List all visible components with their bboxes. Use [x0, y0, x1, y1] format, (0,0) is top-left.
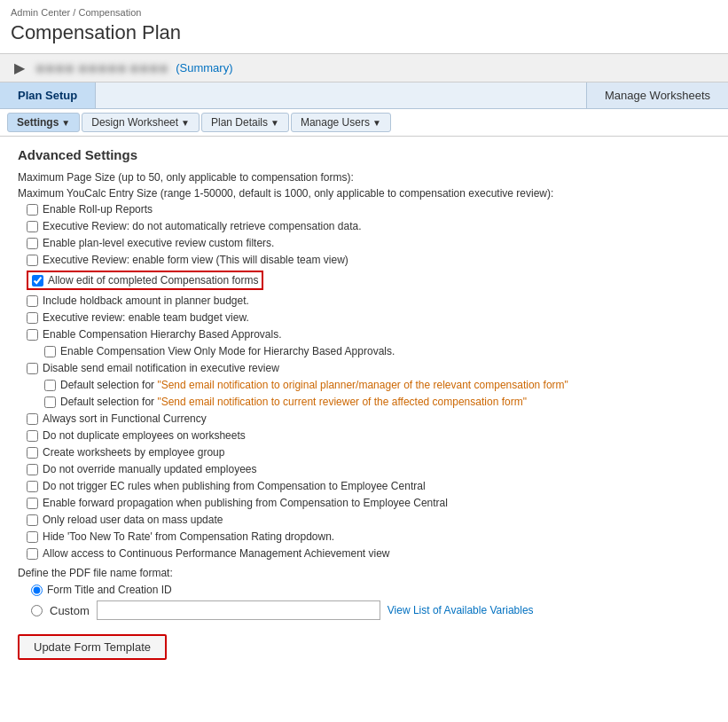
- list-item: Executive Review: enable form view (This…: [27, 254, 710, 266]
- exec-review-no-retrieve-checkbox[interactable]: [27, 221, 38, 232]
- list-item: Disable send email notification in execu…: [27, 362, 710, 374]
- forward-propagation-label: Enable forward propagation when publishi…: [43, 497, 448, 509]
- allow-edit-completed-highlighted: Allow edit of completed Compensation for…: [27, 271, 263, 290]
- exec-review-form-view-label: Executive Review: enable form view (This…: [43, 254, 348, 266]
- reload-user-data-label: Only reload user data on mass update: [43, 514, 223, 526]
- update-form-template-button[interactable]: Update Form Template: [18, 634, 167, 660]
- manage-users-dropdown-arrow: ▼: [372, 118, 381, 128]
- tab-plan-setup[interactable]: Plan Setup: [0, 82, 96, 108]
- list-item: Enable plan-level executive review custo…: [27, 237, 710, 249]
- list-item: Default selection for "Send email notifi…: [44, 379, 710, 391]
- sub-tab-plan-details[interactable]: Plan Details ▼: [201, 113, 289, 132]
- list-item: Allow access to Continuous Performance M…: [27, 547, 710, 560]
- summary-link[interactable]: (Summary): [176, 61, 232, 75]
- enable-rollup-checkbox[interactable]: [27, 204, 38, 216]
- holdback-amount-checkbox[interactable]: [27, 295, 38, 307]
- checkbox-list: Enable Roll-up Reports Executive Review:…: [27, 203, 710, 560]
- custom-radio-label: Custom: [50, 604, 90, 617]
- forward-propagation-checkbox[interactable]: [27, 498, 38, 509]
- list-item: Enable Roll-up Reports: [27, 203, 710, 216]
- no-override-manually-label: Do not override manually updated employe…: [43, 463, 256, 475]
- allow-edit-completed-label: Allow edit of completed Compensation for…: [48, 274, 258, 286]
- list-item: Always sort in Functional Currency: [27, 412, 710, 425]
- list-item: Enable forward propagation when publishi…: [27, 497, 710, 509]
- functional-currency-checkbox[interactable]: [27, 413, 38, 425]
- holdback-amount-label: Include holdback amount in planner budge…: [43, 294, 249, 307]
- exec-team-budget-label: Executive review: enable team budget vie…: [43, 311, 249, 324]
- access-cpm-checkbox[interactable]: [27, 548, 38, 560]
- list-item: Do not override manually updated employe…: [27, 463, 710, 475]
- email-original-planner-label: Default selection for "Send email notifi…: [60, 379, 568, 391]
- email-current-reviewer-label: Default selection for "Send email notifi…: [60, 396, 527, 408]
- disable-email-notification-label: Disable send email notification in execu…: [43, 362, 279, 374]
- disable-email-notification-checkbox[interactable]: [27, 363, 38, 374]
- view-variables-link[interactable]: View List of Available Variables: [387, 604, 534, 616]
- hierarchy-approvals-label: Enable Compensation Hierarchy Based Appr…: [43, 328, 281, 341]
- reload-user-data-checkbox[interactable]: [27, 514, 38, 526]
- allow-edit-completed-checkbox[interactable]: [32, 275, 43, 286]
- pdf-label: Define the PDF file name format:: [18, 567, 710, 579]
- list-item: Do not trigger EC rules when publishing …: [27, 480, 710, 492]
- form-title-radio[interactable]: [31, 585, 43, 596]
- nav-arrow[interactable]: ▶: [11, 59, 28, 76]
- exec-review-no-retrieve-label: Executive Review: do not automatically r…: [43, 220, 362, 232]
- no-trigger-ec-rules-label: Do not trigger EC rules when publishing …: [43, 480, 426, 492]
- list-item: Create worksheets by employee group: [27, 446, 710, 459]
- list-item: Allow edit of completed Compensation for…: [27, 271, 710, 290]
- pdf-section: Define the PDF file name format: Form Ti…: [18, 567, 710, 620]
- breadcrumb-section: Compensation: [78, 7, 141, 18]
- hide-too-new-label: Hide 'Too New To Rate' from Compensation…: [43, 530, 334, 543]
- list-item: Executive Review: do not automatically r…: [27, 220, 710, 232]
- top-bar: ▶ ◼◼◼◼ ◼◼◼◼◼ ◼◼◼◼ (Summary): [0, 53, 728, 82]
- list-item: Do not duplicate employees on worksheets: [27, 429, 710, 442]
- no-trigger-ec-rules-checkbox[interactable]: [27, 481, 38, 492]
- pdf-radio-form-title: Form Title and Creation ID: [31, 584, 710, 596]
- custom-radio[interactable]: [31, 605, 43, 616]
- list-item: Default selection for "Send email notifi…: [44, 396, 710, 408]
- no-override-manually-checkbox[interactable]: [27, 464, 38, 475]
- settings-dropdown-arrow: ▼: [61, 118, 70, 128]
- no-duplicate-employees-checkbox[interactable]: [27, 430, 38, 442]
- enable-rollup-label: Enable Roll-up Reports: [43, 203, 153, 216]
- hierarchy-approvals-checkbox[interactable]: [27, 329, 38, 341]
- main-tabs: Plan Setup Manage Worksheets: [0, 82, 728, 109]
- list-item: Include holdback amount in planner budge…: [27, 294, 710, 307]
- tab-manage-worksheets[interactable]: Manage Worksheets: [586, 82, 728, 108]
- breadcrumb: Admin Center / Compensation Compensation…: [0, 0, 728, 53]
- functional-currency-label: Always sort in Functional Currency: [43, 412, 207, 425]
- sub-tab-settings[interactable]: Settings ▼: [7, 113, 80, 132]
- list-item: Enable Compensation View Only Mode for H…: [44, 345, 710, 357]
- list-item: Hide 'Too New To Rate' from Compensation…: [27, 530, 710, 543]
- access-cpm-label: Allow access to Continuous Performance M…: [43, 547, 390, 560]
- exec-team-budget-checkbox[interactable]: [27, 312, 38, 324]
- max-page-size-label: Maximum Page Size (up to 50, only applic…: [18, 171, 710, 184]
- plan-name-blur: ◼◼◼◼ ◼◼◼◼◼ ◼◼◼◼: [35, 61, 168, 75]
- email-original-planner-checkbox[interactable]: [44, 380, 56, 391]
- list-item: Executive review: enable team budget vie…: [27, 311, 710, 324]
- list-item: Enable Compensation Hierarchy Based Appr…: [27, 328, 710, 341]
- hide-too-new-checkbox[interactable]: [27, 531, 38, 543]
- page-title: Compensation Plan: [0, 20, 728, 53]
- create-worksheets-group-checkbox[interactable]: [27, 447, 38, 459]
- pdf-custom-row: Custom View List of Available Variables: [31, 600, 710, 620]
- max-youcalc-label: Maximum YouCalc Entry Size (range 1-5000…: [18, 187, 710, 200]
- button-row: Update Form Template: [18, 634, 710, 660]
- custom-text-input[interactable]: [97, 600, 380, 620]
- breadcrumb-admin: Admin Center: [11, 7, 70, 18]
- plan-level-custom-filters-checkbox[interactable]: [27, 238, 38, 249]
- sub-tab-manage-users[interactable]: Manage Users ▼: [291, 113, 391, 132]
- list-item: Only reload user data on mass update: [27, 514, 710, 526]
- view-only-hierarchy-label: Enable Compensation View Only Mode for H…: [60, 345, 395, 357]
- section-title: Advanced Settings: [18, 147, 710, 162]
- sub-tab-design-worksheet[interactable]: Design Worksheet ▼: [82, 113, 200, 132]
- content-area: Advanced Settings Maximum Page Size (up …: [0, 137, 728, 671]
- view-only-hierarchy-checkbox[interactable]: [44, 346, 56, 357]
- plan-details-dropdown-arrow: ▼: [270, 118, 279, 128]
- sub-tabs: Settings ▼ Design Worksheet ▼ Plan Detai…: [0, 109, 728, 137]
- form-title-radio-label: Form Title and Creation ID: [47, 584, 172, 596]
- email-current-reviewer-checkbox[interactable]: [44, 396, 56, 408]
- plan-level-custom-filters-label: Enable plan-level executive review custo…: [43, 237, 274, 249]
- exec-review-form-view-checkbox[interactable]: [27, 255, 38, 266]
- design-worksheet-dropdown-arrow: ▼: [181, 118, 190, 128]
- no-duplicate-employees-label: Do not duplicate employees on worksheets: [43, 429, 246, 442]
